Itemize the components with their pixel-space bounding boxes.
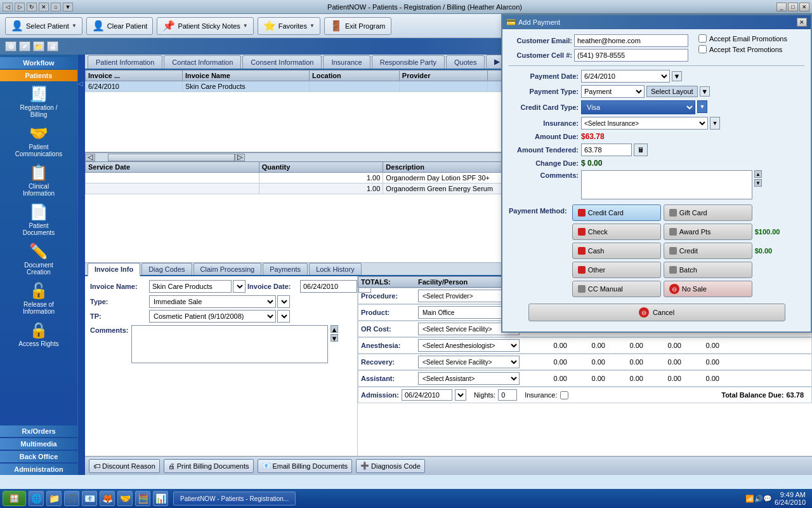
credit-card-method-btn[interactable]: Credit Card xyxy=(572,204,661,221)
workflow-header[interactable]: Workflow xyxy=(0,57,77,69)
cc-type-dropdown-btn[interactable]: ▼ xyxy=(697,100,707,113)
tab-diag-codes[interactable]: Diag Codes xyxy=(141,263,192,275)
batch-method-btn[interactable]: Batch xyxy=(664,262,752,278)
close-btn[interactable]: ✕ xyxy=(799,3,809,11)
taskbar-icon-media[interactable]: 🎵 xyxy=(64,491,79,506)
cc-manual-method-btn[interactable]: CC Manual xyxy=(572,281,661,297)
check-method-btn[interactable]: Check xyxy=(572,224,661,240)
recovery-select[interactable]: <Select Service Facility> xyxy=(418,356,520,368)
assistant-select[interactable]: <Select Assistant> xyxy=(418,372,520,385)
scroll-left-btn[interactable]: ◁ xyxy=(85,154,95,161)
amount-tendered-input[interactable] xyxy=(581,144,632,156)
scroll-thumb[interactable] xyxy=(108,154,235,161)
nights-input[interactable] xyxy=(498,389,517,401)
sidebar-item-registration[interactable]: 🧾 Registration /Billing xyxy=(0,83,77,121)
print-billing-button[interactable]: 🖨 Print Billing Documents xyxy=(164,459,254,473)
clear-patient-button[interactable]: 👤 Clear Patient xyxy=(86,17,154,35)
taskbar-icon-firefox[interactable]: 🦊 xyxy=(100,491,115,506)
accept-email-checkbox[interactable] xyxy=(698,34,707,43)
gift-card-method-btn[interactable]: Gift Card xyxy=(664,204,752,221)
taskbar-icon-ie[interactable]: 🌐 xyxy=(29,491,44,506)
tab-invoice-info[interactable]: Invoice Info xyxy=(88,263,140,276)
icon-btn-2[interactable]: ✔ xyxy=(19,41,30,51)
sticky-notes-button[interactable]: 📌 Patient Sticky Notes ▼ xyxy=(157,17,253,35)
payment-date-dropdown-btn[interactable]: ▼ xyxy=(672,71,682,81)
scroll-right-btn[interactable]: ▷ xyxy=(235,154,245,161)
tp-select[interactable]: Cosmetic Patient (9/10/2008) xyxy=(149,310,276,323)
tab-claim-processing[interactable]: Claim Processing xyxy=(193,263,262,275)
icon-btn-1[interactable]: ⚙ xyxy=(5,41,16,51)
back-office-header[interactable]: Back Office xyxy=(0,451,77,462)
admission-date-dropdown[interactable] xyxy=(455,389,466,401)
arrow-icon[interactable]: ▼ xyxy=(63,3,73,11)
sidebar-item-documents[interactable]: 📄 PatientDocuments xyxy=(0,201,77,239)
email-billing-button[interactable]: 📧 Email Billing Documents xyxy=(258,459,353,473)
comments-scroll-down[interactable]: ▼ xyxy=(754,179,762,187)
tab-payments[interactable]: Payments xyxy=(263,263,308,275)
credit-method-btn[interactable]: Credit xyxy=(664,243,752,259)
accept-text-checkbox[interactable] xyxy=(698,45,707,53)
sidebar-item-communications[interactable]: 🤝 PatientCommunications xyxy=(0,122,77,160)
stop-icon[interactable]: ✕ xyxy=(39,3,49,11)
minimize-btn[interactable]: _ xyxy=(776,3,787,11)
comments-textarea[interactable] xyxy=(131,325,328,363)
other-method-btn[interactable]: Other xyxy=(572,262,661,278)
payment-type-select[interactable]: Payment xyxy=(581,85,645,98)
payment-date-select[interactable]: 6/24/2010 xyxy=(581,70,670,83)
tab-insurance[interactable]: Insurance xyxy=(323,55,370,69)
sidebar-item-clinical[interactable]: 📋 ClinicalInformation xyxy=(0,161,77,199)
select-layout-btn[interactable]: Select Layout xyxy=(646,86,698,97)
comments-scroll-up[interactable]: ▲ xyxy=(754,170,762,178)
discount-reason-button[interactable]: 🏷 Discount Reason xyxy=(89,459,160,473)
favorites-button[interactable]: ⭐ Favorites ▼ xyxy=(258,17,320,35)
exit-button[interactable]: 🚪 Exit Program xyxy=(324,17,391,35)
tab-patient-info[interactable]: Patient Information xyxy=(88,55,162,69)
taskbar-icon-calc[interactable]: 🧮 xyxy=(135,491,150,506)
forward-icon[interactable]: ▷ xyxy=(15,3,25,11)
customer-email-input[interactable] xyxy=(574,34,688,47)
tab-responsible-party[interactable]: Responsible Party xyxy=(372,55,445,69)
type-select[interactable]: Immediate Sale xyxy=(149,295,276,308)
insurance-dialog-select[interactable]: <Select Insurance> xyxy=(581,117,708,130)
tab-quotes[interactable]: Quotes xyxy=(446,55,485,69)
no-sale-method-btn[interactable]: ⊖ No Sale xyxy=(664,281,752,297)
taskbar-icon-excel[interactable]: 📊 xyxy=(153,491,168,506)
tab-consent-info[interactable]: Consent Information xyxy=(242,55,322,69)
rx-orders-header[interactable]: Rx/Orders xyxy=(0,425,77,437)
scroll-up-btn[interactable]: ▲ xyxy=(331,325,338,333)
diagnosis-code-button[interactable]: ➕ Diagnosis Code xyxy=(356,459,425,473)
taskbar-icon-email[interactable]: 📧 xyxy=(82,491,97,506)
taskbar-app-btn[interactable]: PatientNOW - Patients - Registration... xyxy=(173,491,296,505)
admission-date-input[interactable] xyxy=(402,389,452,401)
sidebar-item-doc-creation[interactable]: ✏️ DocumentCreation xyxy=(0,240,77,278)
icon-btn-4[interactable]: 🖨 xyxy=(47,41,58,51)
sidebar-item-release[interactable]: 🔓 Release ofInformation xyxy=(0,279,77,318)
multimedia-header[interactable]: Multimedia xyxy=(0,438,77,450)
comments-dialog-textarea[interactable] xyxy=(581,170,752,199)
customer-cell-input[interactable] xyxy=(574,49,688,62)
type-dropdown[interactable] xyxy=(277,295,290,308)
collapse-sidebar-btn[interactable]: ◁ xyxy=(77,55,85,475)
taskbar-icon-handshake[interactable]: 🤝 xyxy=(117,491,133,506)
invoice-name-input[interactable] xyxy=(149,280,232,293)
select-patient-button[interactable]: 👤 Select Patient ▼ xyxy=(5,17,82,35)
maximize-btn[interactable]: □ xyxy=(788,3,798,11)
taskbar-icon-explorer[interactable]: 📁 xyxy=(46,491,62,506)
home-icon[interactable]: ⌂ xyxy=(51,3,61,11)
refresh-icon[interactable]: ↻ xyxy=(27,3,37,11)
invoice-date-input[interactable] xyxy=(300,280,357,293)
scroll-down-btn[interactable]: ▼ xyxy=(331,334,338,342)
cancel-button[interactable]: ⊖ Cancel xyxy=(528,304,785,321)
payment-type-dropdown-btn[interactable]: ▼ xyxy=(700,86,710,97)
award-pts-method-btn[interactable]: Award Pts xyxy=(664,224,752,240)
sidebar-item-access[interactable]: 🔒 Access Rights xyxy=(0,319,77,350)
calculator-btn[interactable]: 🖩 xyxy=(634,144,648,156)
administration-header[interactable]: Administration xyxy=(0,464,77,475)
tab-lock-history[interactable]: Lock History xyxy=(309,263,362,275)
insurance-dropdown-btn[interactable]: ▼ xyxy=(710,117,720,130)
invoice-name-dropdown[interactable] xyxy=(233,280,246,293)
tab-contact-info[interactable]: Contact Information xyxy=(164,55,241,69)
back-icon[interactable]: ◁ xyxy=(3,3,13,11)
tp-dropdown[interactable] xyxy=(277,310,290,323)
dialog-close-button[interactable]: ✕ xyxy=(797,18,807,27)
